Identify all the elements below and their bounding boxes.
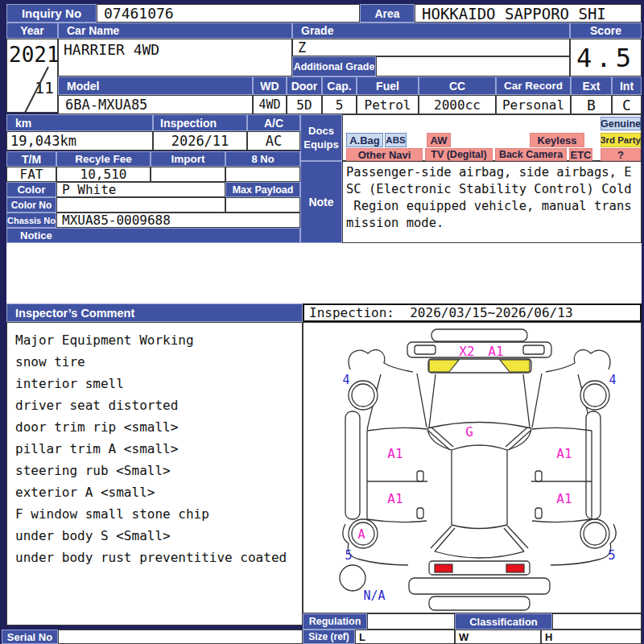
- a-pillar-right: [506, 427, 527, 447]
- chassis-no-value: MXUA85-0009688: [56, 213, 300, 228]
- comment-text: Major Equipment Working snow tire interi…: [6, 322, 303, 625]
- comment-line: Major Equipment Working: [15, 329, 302, 351]
- comment-line: driver seat distorted: [15, 394, 302, 416]
- regulation-value: [367, 613, 455, 630]
- docs-label: Docs: [308, 124, 334, 138]
- c-pillar-left: [431, 526, 452, 548]
- badge-etc: ETC: [569, 148, 592, 161]
- comment-line: snow tire: [15, 351, 302, 373]
- hood-line: [532, 374, 542, 427]
- door-label: Door: [287, 76, 322, 95]
- door-handle: [417, 508, 423, 518]
- comment-line: under body S <Small>: [15, 525, 302, 547]
- inspection-value: 2026/11: [153, 131, 247, 151]
- cap-label: Cap.: [322, 76, 357, 95]
- diagram-label-x2: X2: [459, 344, 474, 359]
- spacer-band: [6, 243, 642, 303]
- inspection-period: Inspection: 2026/03/15∼2026/06/13: [303, 303, 642, 322]
- area-label: Area: [360, 4, 415, 23]
- door-bottom-left: [367, 519, 427, 522]
- additional-grade-value: [376, 56, 570, 76]
- year-cell: 2021 11: [6, 39, 58, 113]
- headlight-right: [523, 345, 544, 354]
- import-value: [151, 167, 225, 182]
- inquiry-no-label: Inquiry No: [6, 4, 97, 23]
- note-label: Note: [300, 161, 342, 243]
- cap-value: 5: [322, 95, 357, 114]
- note-line: Region equipped vehicle, manual trans: [346, 198, 641, 215]
- car-record-value: Personal: [496, 95, 571, 114]
- headlight-left: [415, 345, 436, 354]
- car-diagram-svg: X2 A1 4 4 G A1 A1 A1 A1 A 5 5 N/A: [303, 323, 641, 613]
- model-value: 6BA-MXUA85: [58, 95, 253, 114]
- ext-value: B: [571, 95, 612, 114]
- km-label: km: [6, 114, 153, 131]
- tm-label: T/M: [6, 151, 56, 167]
- door-handle: [417, 471, 423, 481]
- tm-value: FAT: [6, 167, 56, 182]
- inspection-label: Inspection: [153, 114, 247, 131]
- docs-equips-label: Docs Equips: [300, 114, 342, 161]
- serial-no-label: Serial No: [2, 630, 58, 644]
- diagram-label-g-roof: G: [465, 424, 473, 440]
- comment-line: pillar trim A <small>: [15, 438, 302, 460]
- wd-value: 4WD: [253, 95, 287, 114]
- km-value: 19,043km: [6, 131, 153, 151]
- hood-line: [429, 374, 436, 427]
- taillight-right: [506, 564, 524, 572]
- int-label: Int: [612, 76, 642, 95]
- diagram-label-5-left: 5: [345, 548, 352, 563]
- classification-label: Classification: [455, 613, 552, 630]
- grade-value: Z: [292, 39, 570, 56]
- comment-line: F window small stone chip: [15, 503, 302, 525]
- car-damage-diagram: X2 A1 4 4 G A1 A1 A1 A1 A 5 5 N/A: [303, 322, 642, 613]
- diagram-label-a1-lf-door: A1: [387, 446, 402, 461]
- side-sill-right: [586, 411, 601, 519]
- comment-line: under body rust preventitive coated: [15, 547, 302, 568]
- fuel-value: Petrol: [357, 95, 419, 114]
- comment-line: door trim rip <small>: [15, 416, 302, 438]
- color-no-value: [56, 197, 225, 213]
- diagram-label-a1-rr-door: A1: [556, 491, 572, 506]
- badge-airbag: A.Bag: [346, 133, 383, 147]
- year-value: 2021: [9, 43, 58, 67]
- wd-label: WD: [253, 76, 287, 95]
- roof-right-arc: [507, 428, 531, 450]
- badge-third-party: 3rd Party: [601, 133, 641, 147]
- note-line: Passenger-side airbag, side airbags, E: [346, 164, 641, 181]
- recycle-fee-label: Recyle Fee: [56, 151, 151, 167]
- equips-label: Equips: [303, 138, 338, 151]
- door-handle: [535, 471, 542, 481]
- badge-genuine: Genuine: [601, 117, 641, 130]
- import-label: Import: [151, 151, 225, 167]
- note-text: Passenger-side airbag, side airbags, E S…: [342, 161, 642, 243]
- diagram-label-4-left: 4: [342, 373, 349, 387]
- door-top-left: [367, 427, 427, 431]
- spare-tire: [340, 565, 365, 591]
- c-pillar-right: [504, 528, 524, 551]
- note-line: SC (Electronic Stability Control) Cold: [346, 181, 641, 198]
- classification-value: [552, 613, 642, 630]
- color-no-label: Color No: [6, 197, 56, 213]
- side-sill-left: [345, 411, 360, 519]
- car-name-label: Car Name: [58, 23, 292, 39]
- badge-keyless: Keyless: [530, 133, 584, 147]
- comment-line: exterior A <small>: [15, 481, 302, 503]
- ext-label: Ext: [571, 76, 612, 95]
- diagram-label-4-right: 4: [609, 373, 616, 387]
- hood-line: [523, 374, 530, 427]
- size-ref-label: Size (ref): [303, 630, 355, 644]
- diagram-label-a1-front: A1: [488, 344, 503, 359]
- rear-glass-arc: [435, 551, 524, 558]
- diagram-label-na-spare: N/A: [363, 588, 385, 603]
- ac-label: A/C: [247, 114, 300, 131]
- front-fender-right: [546, 350, 610, 372]
- max-payload-value: [225, 197, 300, 213]
- size-l-cell: L: [355, 630, 455, 644]
- note-line: mission mode.: [346, 215, 641, 232]
- door-value: 5D: [287, 95, 322, 114]
- c-pillar-right: [507, 526, 528, 548]
- cc-value: 2000cc: [419, 95, 496, 114]
- diagram-label-5-right: 5: [608, 548, 615, 563]
- fuel-label: Fuel: [357, 76, 419, 95]
